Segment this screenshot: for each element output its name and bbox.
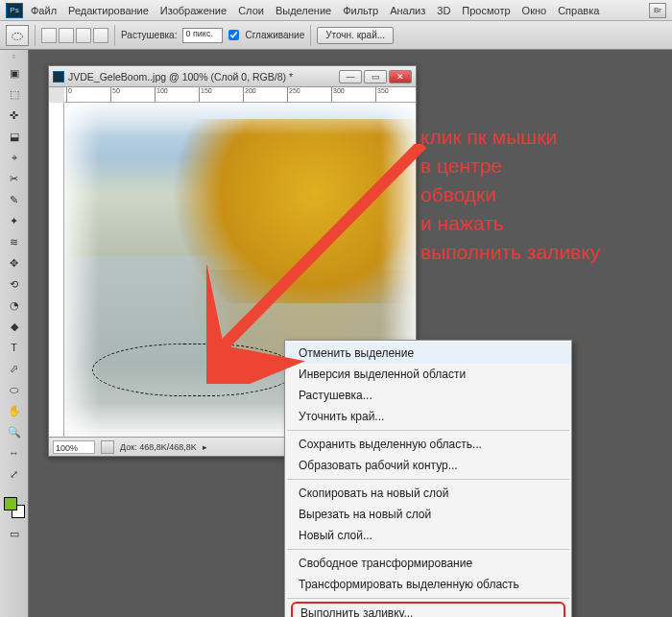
menu-edit[interactable]: Редактирование [64, 5, 153, 16]
current-tool-icon[interactable] [6, 25, 29, 46]
quick-select-tool-icon[interactable]: ⬓ [4, 127, 25, 146]
menu-filter[interactable]: Фильтр [339, 5, 382, 16]
menu-bar: Ps Файл Редактирование Изображение Слои … [0, 0, 672, 21]
selection-marquee[interactable] [92, 344, 296, 397]
ctx-deselect[interactable]: Отменить выделение [285, 343, 571, 364]
annotation-line: в центре [420, 152, 600, 180]
clone-tool-icon[interactable]: ≋ [4, 232, 25, 251]
eraser-tool-icon[interactable]: ⟲ [4, 274, 25, 294]
statusbar-chevron-icon[interactable]: ▸ [203, 442, 207, 452]
view-icon[interactable] [101, 440, 114, 454]
menu-file[interactable]: Файл [27, 5, 60, 16]
sel-new-icon[interactable] [41, 28, 57, 43]
shape-tool-icon[interactable]: ⬭ [4, 380, 25, 399]
annotation-line: и нажать [420, 209, 600, 238]
feather-label: Растушевка: [121, 30, 177, 40]
ruler-tick: 100 [155, 87, 168, 102]
3d-tool-icon[interactable]: ⤢ [4, 464, 25, 484]
ctx-fill-highlighted[interactable]: Выполнить заливку... [291, 602, 565, 617]
ctx-layer-via-copy[interactable]: Скопировать на новый слой [285, 483, 571, 504]
context-menu: Отменить выделение Инверсия выделенной о… [284, 340, 572, 617]
document-title: JVDE_GeleBoom..jpg @ 100% (Слой 0, RGB/8… [68, 71, 335, 83]
ctx-separator [287, 430, 569, 431]
menu-help[interactable]: Справка [554, 5, 603, 16]
menu-3d[interactable]: 3D [433, 5, 454, 16]
healing-tool-icon[interactable]: ✎ [4, 190, 25, 209]
options-bar: Растушевка: 0 пикс. Сглаживание Уточн. к… [0, 21, 672, 50]
sel-sub-icon[interactable] [76, 28, 91, 43]
selection-mode-icons [41, 28, 108, 43]
zoom-tool-icon[interactable]: 🔍 [4, 422, 25, 441]
ruler-vertical[interactable] [49, 103, 64, 437]
ctx-layer-via-cut[interactable]: Вырезать на новый слой [285, 504, 571, 525]
ruler-tick: 250 [287, 87, 300, 102]
crop-tool-icon[interactable]: ⌖ [4, 148, 25, 167]
toolbox-grip-icon[interactable]: ≡ [4, 54, 25, 61]
brush-tool-icon[interactable]: ✦ [4, 211, 25, 230]
bridge-icon[interactable]: Br [649, 3, 666, 18]
type-tool-icon[interactable]: T [4, 338, 25, 357]
document-titlebar[interactable]: JVDE_GeleBoom..jpg @ 100% (Слой 0, RGB/8… [49, 66, 416, 87]
annotation-line: выполнить заливку [420, 238, 600, 267]
ctx-separator [287, 479, 569, 480]
ruler-tick: 200 [243, 87, 256, 102]
sel-add-icon[interactable] [59, 28, 74, 43]
maximize-button[interactable]: ▭ [364, 70, 387, 83]
ctx-refine-edge[interactable]: Уточнить край... [285, 406, 571, 427]
svg-point-0 [12, 33, 23, 39]
ctx-separator [287, 598, 569, 599]
feather-input[interactable]: 0 пикс. [182, 28, 223, 43]
history-brush-tool-icon[interactable]: ✥ [4, 253, 25, 273]
menu-select[interactable]: Выделение [272, 5, 335, 16]
ruler-tick: 0 [66, 87, 72, 102]
color-swatches[interactable] [4, 497, 25, 518]
sel-int-icon[interactable] [93, 28, 108, 43]
screen-mode-icon[interactable]: ▭ [4, 524, 25, 543]
ruler-tick: 300 [331, 87, 345, 102]
ruler-tick: 350 [375, 87, 389, 102]
menu-layers[interactable]: Слои [234, 5, 268, 16]
ctx-free-transform[interactable]: Свободное трансформирование [285, 553, 571, 574]
ctx-transform-selection[interactable]: Трансформировать выделенную область [285, 574, 571, 595]
ctx-save-selection[interactable]: Сохранить выделенную область... [285, 434, 571, 455]
menu-analysis[interactable]: Анализ [386, 5, 429, 16]
ctx-separator [287, 549, 569, 550]
ctx-make-work-path[interactable]: Образовать рабочий контур... [285, 455, 571, 476]
ctx-inverse[interactable]: Инверсия выделенной области [285, 364, 571, 385]
ps-logo: Ps [6, 3, 23, 18]
annotation-line: обводки [420, 180, 600, 209]
ctx-new-layer[interactable]: Новый слой... [285, 525, 571, 546]
lasso-tool-icon[interactable]: ✜ [4, 106, 25, 125]
close-button[interactable]: ✕ [389, 70, 412, 83]
hand-tool-icon[interactable]: ✋ [4, 401, 25, 420]
move-tool-icon[interactable]: ▣ [4, 63, 25, 83]
pen-tool-icon[interactable]: ⬀ [4, 359, 25, 378]
gradient-tool-icon[interactable]: ◔ [4, 296, 25, 315]
blur-tool-icon[interactable]: ◆ [4, 317, 25, 336]
doc-icon [53, 71, 64, 83]
rotate-tool-icon[interactable]: ↔ [4, 443, 25, 463]
toolbox: ≡ ▣ ⬚ ✜ ⬓ ⌖ ✂ ✎ ✦ ≋ ✥ ⟲ ◔ ◆ T ⬀ ⬭ ✋ 🔍 ↔ … [0, 50, 29, 617]
menu-window[interactable]: Окно [518, 5, 551, 16]
eyedropper-tool-icon[interactable]: ✂ [4, 169, 25, 188]
menu-image[interactable]: Изображение [156, 5, 230, 16]
annotation-text: клик пк мышки в центре обводки и нажать … [420, 123, 600, 267]
minimize-button[interactable]: — [339, 70, 362, 83]
antialias-label: Сглаживание [245, 30, 304, 40]
ruler-horizontal[interactable]: 0 50 100 150 200 250 300 350 [64, 87, 416, 103]
refine-edge-button[interactable]: Уточн. край... [317, 27, 394, 44]
doc-size-label: Док: 468,8K/468,8K [120, 442, 197, 452]
fg-color-swatch[interactable] [4, 497, 17, 510]
menu-view[interactable]: Просмотр [458, 5, 514, 16]
ruler-tick: 50 [110, 87, 120, 102]
marquee-tool-icon[interactable]: ⬚ [4, 84, 25, 104]
annotation-line: клик пк мышки [420, 123, 600, 152]
antialias-checkbox[interactable] [228, 30, 239, 40]
zoom-level[interactable]: 100% [53, 440, 95, 454]
ruler-tick: 150 [199, 87, 212, 102]
ctx-feather[interactable]: Растушевка... [285, 385, 571, 406]
